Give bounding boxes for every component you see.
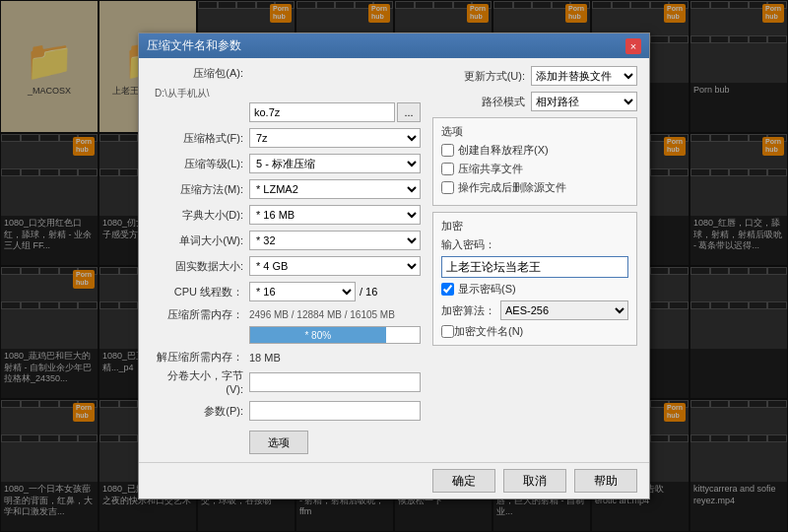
thread-label: CPU 线程数：	[151, 285, 249, 299]
opt2-label: 压缩共享文件	[458, 162, 523, 176]
dialog-title: 压缩文件名和参数	[147, 37, 241, 54]
encrypt-section: 加密 输入密码： 显示密码(S) 加密算法： AES-256	[432, 212, 637, 346]
encrypt-title: 加密	[441, 219, 628, 233]
update-label: 更新方式(U):	[432, 69, 531, 84]
mem-bar-fill: * 80%	[250, 327, 386, 343]
dict-row: 字典大小(D): * 16 MB	[151, 205, 421, 225]
mem-compress-row: 压缩所需内存： 2496 MB / 12884 MB / 16105 MB	[151, 307, 421, 322]
params-input[interactable]	[249, 401, 421, 421]
solid-select[interactable]: * 4 GB	[249, 256, 421, 276]
mem-compress-label: 压缩所需内存：	[151, 307, 249, 322]
opt2-checkbox[interactable]	[441, 163, 454, 175]
dialog-titlebar: 压缩文件名和参数 ×	[139, 33, 649, 58]
help-button[interactable]: 帮助	[574, 469, 637, 493]
method-label: 压缩方法(M):	[151, 182, 249, 197]
options-section: 选项 创建自释放程序(X) 压缩共享文件 操作完成后删除源文件	[432, 117, 637, 206]
level-row: 压缩等级(L): 5 - 标准压缩	[151, 154, 421, 173]
mem-decomp-row: 解压缩所需内存： 18 MB	[151, 350, 421, 365]
dialog-body: 压缩包(A): D:\从手机从\ ... 压缩格式(F): 7z	[139, 58, 649, 462]
opt2-row: 压缩共享文件	[441, 162, 628, 176]
mem-decomp-value: 18 MB	[249, 352, 281, 364]
archive-browse-button[interactable]: ...	[397, 102, 421, 122]
method-select[interactable]: * LZMA2	[249, 179, 421, 199]
compress-dialog: 压缩文件名和参数 × 压缩包(A): D:\从手机从\ ... 压缩格式(F):	[138, 33, 650, 499]
encrypt-input-label: 输入密码：	[441, 237, 628, 252]
encrypt-name-checkbox[interactable]	[441, 325, 454, 338]
format-label: 压缩格式(F):	[151, 131, 249, 146]
encrypt-name-label: 加密文件名(N)	[454, 324, 523, 339]
compress-options-button[interactable]: 选项	[249, 431, 308, 454]
opt1-label: 创建自释放程序(X)	[458, 143, 549, 158]
format-row: 压缩格式(F): 7z	[151, 128, 421, 148]
word-row: 单词大小(W): * 32	[151, 231, 421, 250]
dict-label: 字典大小(D):	[151, 208, 249, 223]
archive-label: 压缩包(A):	[151, 66, 249, 81]
params-label: 参数(P):	[151, 404, 249, 419]
dialog-overlay: 压缩文件名和参数 × 压缩包(A): D:\从手机从\ ... 压缩格式(F):	[0, 0, 788, 532]
encrypt-method-row: 加密算法： AES-256	[441, 300, 628, 320]
dialog-close-button[interactable]: ×	[625, 38, 641, 54]
solid-label: 固实数据大小:	[151, 259, 249, 274]
encrypt-method-label: 加密算法：	[441, 303, 500, 318]
opt3-checkbox[interactable]	[441, 181, 454, 194]
mem-compress-value: 2496 MB / 12884 MB / 16105 MB	[249, 309, 395, 320]
word-label: 单词大小(W):	[151, 233, 249, 248]
opt1-checkbox[interactable]	[441, 144, 454, 157]
archive-input-row: ...	[151, 102, 421, 122]
volume-label: 分卷大小，字节(V):	[151, 368, 249, 395]
archive-row: 压缩包(A):	[151, 66, 421, 81]
opt3-label: 操作完成后删除源文件	[458, 180, 566, 195]
params-row: 参数(P):	[151, 401, 421, 421]
show-pass-label: 显示密码(S)	[458, 282, 516, 297]
archive-path: D:\从手机从\	[151, 87, 421, 100]
ok-button[interactable]: 确定	[432, 469, 495, 493]
password-input[interactable]	[441, 256, 628, 278]
mem-decomp-label: 解压缩所需内存：	[151, 350, 249, 365]
update-row: 更新方式(U): 添加并替换文件	[432, 66, 637, 86]
show-pass-checkbox[interactable]	[441, 283, 454, 296]
dialog-footer: 确定 取消 帮助	[139, 462, 649, 499]
method-row: 压缩方法(M): * LZMA2	[151, 179, 421, 199]
opt3-row: 操作完成后删除源文件	[441, 180, 628, 195]
dict-select[interactable]: * 16 MB	[249, 205, 421, 225]
solid-row: 固实数据大小: * 4 GB	[151, 256, 421, 276]
encrypt-name-row: 加密文件名(N)	[441, 324, 628, 339]
dialog-right-panel: 更新方式(U): 添加并替换文件 路径模式 相对路径 选项	[432, 66, 637, 454]
opt1-row: 创建自释放程序(X)	[441, 143, 628, 158]
path-select[interactable]: 相对路径	[531, 92, 637, 111]
mem-pct-label: * 80%	[304, 330, 331, 341]
path-row: 路径模式 相对路径	[432, 92, 637, 111]
thread-select[interactable]: * 16	[249, 282, 356, 301]
level-label: 压缩等级(L):	[151, 157, 249, 171]
mem-bar-row: * 80%	[151, 326, 421, 344]
thread-row: CPU 线程数： * 16 / 16	[151, 282, 421, 301]
level-select[interactable]: 5 - 标准压缩	[249, 154, 421, 173]
path-label: 路径模式	[432, 95, 531, 109]
volume-row: 分卷大小，字节(V):	[151, 368, 421, 395]
dialog-left-panel: 压缩包(A): D:\从手机从\ ... 压缩格式(F): 7z	[151, 66, 421, 454]
format-select[interactable]: 7z	[249, 128, 421, 148]
cancel-button[interactable]: 取消	[503, 469, 566, 493]
volume-input[interactable]	[249, 372, 421, 392]
encrypt-method-select[interactable]: AES-256	[500, 300, 628, 320]
word-select[interactable]: * 32	[249, 231, 421, 250]
show-pass-row: 显示密码(S)	[441, 282, 628, 297]
update-select[interactable]: 添加并替换文件	[531, 66, 637, 86]
archive-input[interactable]	[249, 102, 395, 122]
thread-max: / 16	[360, 286, 377, 298]
options-title: 选项	[441, 124, 628, 139]
mem-bar-container: * 80%	[249, 326, 421, 344]
